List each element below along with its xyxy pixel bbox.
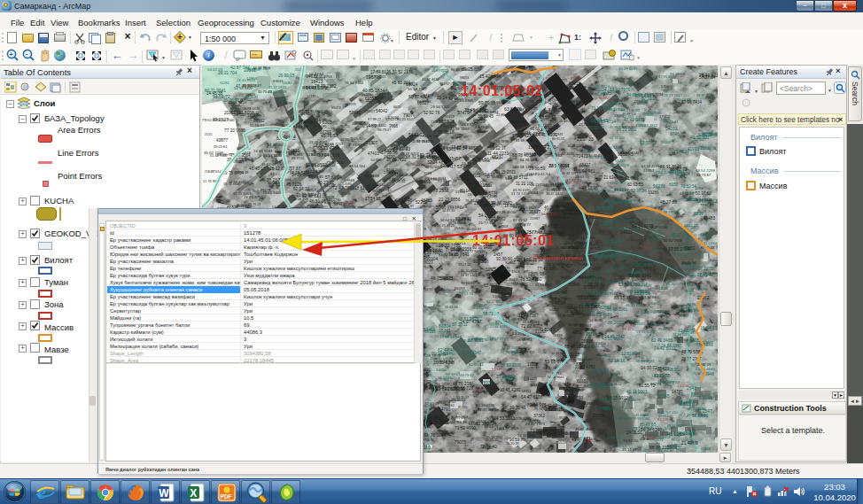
svg-text:X: X <box>190 487 197 500</box>
svg-text:e: e <box>37 482 46 503</box>
svg-text:W: W <box>159 487 169 500</box>
svg-text:PDF: PDF <box>221 493 232 500</box>
